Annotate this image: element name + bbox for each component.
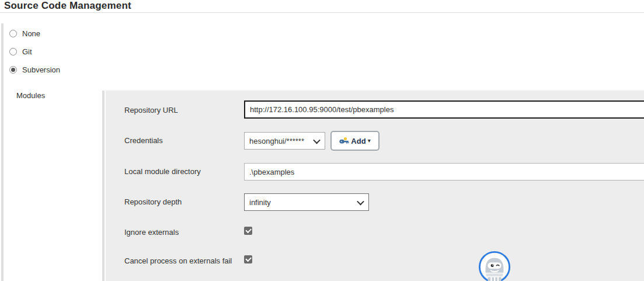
repository-url-label: Repository URL [124, 106, 178, 115]
radio-option-git[interactable]: Git [9, 46, 32, 57]
module-config-panel [106, 91, 644, 281]
radio-button-icon[interactable] [9, 48, 17, 55]
radio-label: Git [22, 47, 32, 56]
repository-depth-select[interactable]: infinity [244, 193, 369, 211]
radio-label: Subversion [22, 65, 60, 74]
title-divider [0, 12, 644, 13]
repository-depth-selected-value: infinity [249, 198, 271, 207]
key-icon [339, 137, 349, 145]
ignore-externals-label: Ignore externals [124, 228, 179, 237]
scm-section-indent-bar [1, 23, 4, 281]
radio-option-subversion[interactable]: Subversion [9, 64, 60, 75]
chevron-down-icon [357, 197, 364, 205]
modules-section-label: Modules [16, 91, 45, 100]
radio-button-selected-icon[interactable] [9, 66, 17, 74]
radio-button-icon[interactable] [9, 30, 17, 37]
modules-section-indent-bar [102, 91, 105, 281]
local-module-directory-label: Local module directory [124, 167, 201, 176]
cancel-on-externals-fail-label: Cancel process on externals fail [124, 256, 232, 265]
credentials-selected-value: hesonghui/****** [249, 137, 304, 145]
radio-label: None [22, 29, 40, 38]
add-button-label: Add [351, 137, 365, 145]
repository-url-input[interactable] [244, 100, 644, 119]
robot-assistant-button[interactable] [478, 250, 511, 281]
robot-assistant-icon [486, 258, 504, 281]
dropdown-caret-icon: ▾ [368, 138, 371, 144]
repository-depth-label: Repository depth [124, 197, 182, 206]
cancel-on-externals-fail-checkbox[interactable] [244, 255, 252, 263]
credentials-label: Credentials [124, 136, 163, 145]
local-module-directory-input[interactable] [244, 163, 644, 181]
add-credentials-button[interactable]: Add ▾ [330, 131, 380, 151]
chevron-down-icon [313, 136, 321, 144]
radio-option-none[interactable]: None [9, 28, 40, 39]
credentials-select[interactable]: hesonghui/****** [244, 132, 325, 150]
page-title: Source Code Management [4, 0, 131, 12]
ignore-externals-checkbox[interactable] [244, 227, 252, 235]
